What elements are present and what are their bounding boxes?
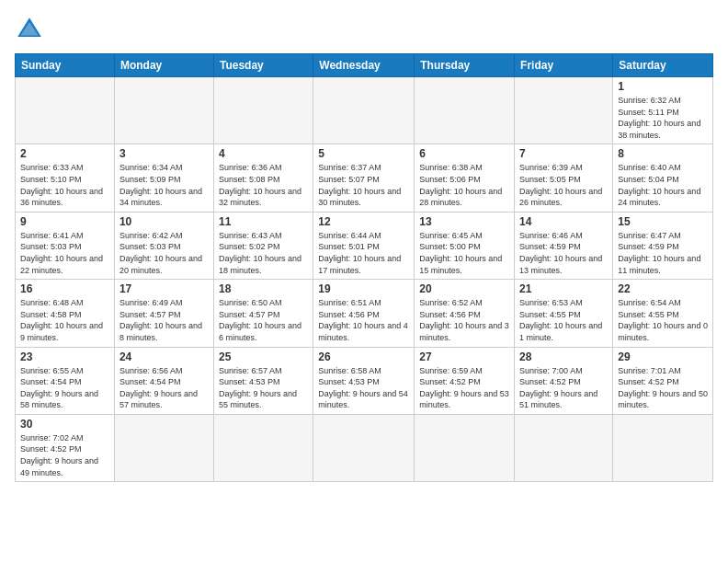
day-number: 24 <box>119 350 209 363</box>
calendar-cell: 24Sunrise: 6:56 AM Sunset: 4:54 PM Dayli… <box>114 347 213 414</box>
calendar-cell: 16Sunrise: 6:48 AM Sunset: 4:58 PM Dayli… <box>16 280 115 347</box>
calendar-cell: 2Sunrise: 6:33 AM Sunset: 5:10 PM Daylig… <box>16 144 115 212</box>
day-info: Sunrise: 6:43 AM Sunset: 5:02 PM Dayligh… <box>219 230 308 276</box>
day-info: Sunrise: 6:34 AM Sunset: 5:09 PM Dayligh… <box>119 162 209 208</box>
calendar-cell <box>515 414 613 481</box>
day-info: Sunrise: 7:01 AM Sunset: 4:52 PM Dayligh… <box>618 365 708 411</box>
day-number: 15 <box>618 215 708 228</box>
calendar-cell: 6Sunrise: 6:38 AM Sunset: 5:06 PM Daylig… <box>415 144 515 212</box>
day-info: Sunrise: 6:58 AM Sunset: 4:53 PM Dayligh… <box>318 365 409 411</box>
day-info: Sunrise: 6:40 AM Sunset: 5:04 PM Dayligh… <box>618 162 708 208</box>
calendar-cell <box>213 414 313 481</box>
day-number: 5 <box>318 147 409 160</box>
calendar-cell: 30Sunrise: 7:02 AM Sunset: 4:52 PM Dayli… <box>16 414 115 481</box>
weekday-header: Saturday <box>613 54 713 77</box>
day-info: Sunrise: 6:53 AM Sunset: 4:55 PM Dayligh… <box>519 297 608 343</box>
day-number: 27 <box>419 350 509 363</box>
calendar-cell: 10Sunrise: 6:42 AM Sunset: 5:03 PM Dayli… <box>114 212 213 279</box>
weekday-header: Monday <box>114 54 213 77</box>
day-number: 2 <box>20 147 109 160</box>
calendar-cell: 18Sunrise: 6:50 AM Sunset: 4:57 PM Dayli… <box>213 280 313 347</box>
calendar-cell <box>114 414 213 481</box>
day-number: 3 <box>119 147 209 160</box>
day-info: Sunrise: 6:47 AM Sunset: 4:59 PM Dayligh… <box>618 230 708 276</box>
weekday-header: Wednesday <box>313 54 415 77</box>
calendar-cell <box>114 77 213 144</box>
day-info: Sunrise: 6:41 AM Sunset: 5:03 PM Dayligh… <box>20 230 109 276</box>
weekday-header: Tuesday <box>213 54 313 77</box>
calendar-cell <box>613 414 713 481</box>
logo-icon <box>15 15 44 44</box>
day-number: 22 <box>618 282 708 295</box>
day-info: Sunrise: 6:57 AM Sunset: 4:53 PM Dayligh… <box>219 365 308 411</box>
calendar-cell: 22Sunrise: 6:54 AM Sunset: 4:55 PM Dayli… <box>613 280 713 347</box>
calendar-cell: 19Sunrise: 6:51 AM Sunset: 4:56 PM Dayli… <box>313 280 415 347</box>
weekday-header: Sunday <box>16 54 115 77</box>
day-number: 30 <box>20 418 109 431</box>
day-info: Sunrise: 6:46 AM Sunset: 4:59 PM Dayligh… <box>519 230 608 276</box>
page: SundayMondayTuesdayWednesdayThursdayFrid… <box>0 0 728 563</box>
calendar-cell: 21Sunrise: 6:53 AM Sunset: 4:55 PM Dayli… <box>515 280 613 347</box>
calendar-cell <box>313 414 415 481</box>
day-number: 8 <box>618 147 708 160</box>
calendar-cell: 1Sunrise: 6:32 AM Sunset: 5:11 PM Daylig… <box>613 77 713 144</box>
day-number: 13 <box>419 215 509 228</box>
day-number: 26 <box>318 350 409 363</box>
day-info: Sunrise: 6:59 AM Sunset: 4:52 PM Dayligh… <box>419 365 509 411</box>
day-number: 29 <box>618 350 708 363</box>
logo <box>15 15 48 44</box>
day-info: Sunrise: 6:56 AM Sunset: 4:54 PM Dayligh… <box>119 365 209 411</box>
day-number: 4 <box>219 147 308 160</box>
calendar-cell: 11Sunrise: 6:43 AM Sunset: 5:02 PM Dayli… <box>213 212 313 279</box>
calendar-cell: 7Sunrise: 6:39 AM Sunset: 5:05 PM Daylig… <box>515 144 613 212</box>
day-number: 23 <box>20 350 109 363</box>
day-number: 25 <box>219 350 308 363</box>
day-number: 28 <box>519 350 608 363</box>
day-number: 18 <box>219 282 308 295</box>
calendar-cell: 12Sunrise: 6:44 AM Sunset: 5:01 PM Dayli… <box>313 212 415 279</box>
day-info: Sunrise: 6:44 AM Sunset: 5:01 PM Dayligh… <box>318 230 409 276</box>
calendar-cell: 15Sunrise: 6:47 AM Sunset: 4:59 PM Dayli… <box>613 212 713 279</box>
day-info: Sunrise: 6:50 AM Sunset: 4:57 PM Dayligh… <box>219 297 308 343</box>
day-info: Sunrise: 7:02 AM Sunset: 4:52 PM Dayligh… <box>20 432 109 478</box>
calendar-cell: 27Sunrise: 6:59 AM Sunset: 4:52 PM Dayli… <box>415 347 515 414</box>
day-info: Sunrise: 6:36 AM Sunset: 5:08 PM Dayligh… <box>219 162 308 208</box>
header <box>15 15 713 44</box>
day-number: 10 <box>119 215 209 228</box>
weekday-header: Friday <box>515 54 613 77</box>
calendar-cell: 3Sunrise: 6:34 AM Sunset: 5:09 PM Daylig… <box>114 144 213 212</box>
day-info: Sunrise: 6:51 AM Sunset: 4:56 PM Dayligh… <box>318 297 409 343</box>
calendar-cell: 13Sunrise: 6:45 AM Sunset: 5:00 PM Dayli… <box>415 212 515 279</box>
day-info: Sunrise: 6:54 AM Sunset: 4:55 PM Dayligh… <box>618 297 708 343</box>
day-info: Sunrise: 6:48 AM Sunset: 4:58 PM Dayligh… <box>20 297 109 343</box>
day-number: 1 <box>618 80 708 93</box>
weekday-header: Thursday <box>415 54 515 77</box>
day-info: Sunrise: 6:32 AM Sunset: 5:11 PM Dayligh… <box>618 95 708 141</box>
day-number: 21 <box>519 282 608 295</box>
day-number: 9 <box>20 215 109 228</box>
day-info: Sunrise: 6:52 AM Sunset: 4:56 PM Dayligh… <box>419 297 509 343</box>
day-info: Sunrise: 6:37 AM Sunset: 5:07 PM Dayligh… <box>318 162 409 208</box>
day-number: 20 <box>419 282 509 295</box>
calendar-cell: 14Sunrise: 6:46 AM Sunset: 4:59 PM Dayli… <box>515 212 613 279</box>
calendar-cell: 5Sunrise: 6:37 AM Sunset: 5:07 PM Daylig… <box>313 144 415 212</box>
calendar-cell: 17Sunrise: 6:49 AM Sunset: 4:57 PM Dayli… <box>114 280 213 347</box>
day-info: Sunrise: 6:45 AM Sunset: 5:00 PM Dayligh… <box>419 230 509 276</box>
calendar-cell <box>213 77 313 144</box>
day-info: Sunrise: 6:42 AM Sunset: 5:03 PM Dayligh… <box>119 230 209 276</box>
day-info: Sunrise: 6:39 AM Sunset: 5:05 PM Dayligh… <box>519 162 608 208</box>
day-number: 16 <box>20 282 109 295</box>
day-number: 19 <box>318 282 409 295</box>
day-info: Sunrise: 6:49 AM Sunset: 4:57 PM Dayligh… <box>119 297 209 343</box>
calendar-cell: 29Sunrise: 7:01 AM Sunset: 4:52 PM Dayli… <box>613 347 713 414</box>
day-number: 12 <box>318 215 409 228</box>
day-info: Sunrise: 7:00 AM Sunset: 4:52 PM Dayligh… <box>519 365 608 411</box>
calendar-cell <box>313 77 415 144</box>
calendar-cell: 8Sunrise: 6:40 AM Sunset: 5:04 PM Daylig… <box>613 144 713 212</box>
calendar-cell: 20Sunrise: 6:52 AM Sunset: 4:56 PM Dayli… <box>415 280 515 347</box>
calendar-cell: 26Sunrise: 6:58 AM Sunset: 4:53 PM Dayli… <box>313 347 415 414</box>
calendar-cell <box>415 77 515 144</box>
day-number: 7 <box>519 147 608 160</box>
calendar-cell: 28Sunrise: 7:00 AM Sunset: 4:52 PM Dayli… <box>515 347 613 414</box>
calendar-table: SundayMondayTuesdayWednesdayThursdayFrid… <box>15 53 713 482</box>
